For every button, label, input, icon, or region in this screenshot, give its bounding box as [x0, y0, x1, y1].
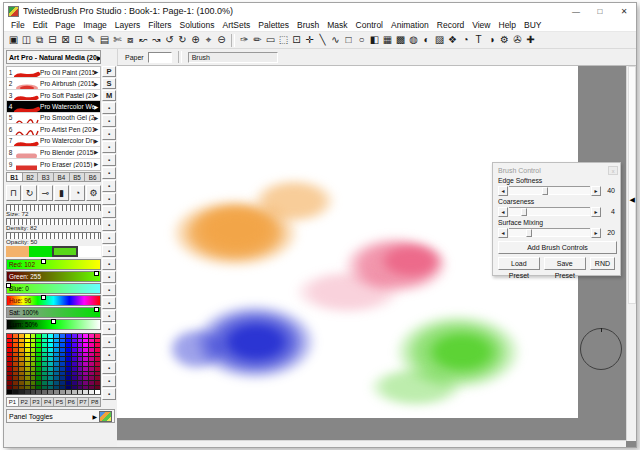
redo-icon[interactable]: ↻ — [176, 33, 189, 47]
palette-cell[interactable] — [54, 367, 59, 371]
brush-parameter-slider[interactable]: Density: 82 — [6, 218, 101, 231]
palette-cell[interactable] — [48, 357, 53, 361]
palette-cell[interactable] — [72, 348, 77, 352]
palette-cell[interactable] — [66, 372, 71, 376]
brush-preset-row[interactable]: 5Pro Smooth Gel (201▶ — [7, 113, 100, 124]
palette-cell[interactable] — [19, 353, 24, 357]
close-button[interactable]: ✕ — [612, 4, 636, 19]
line-tool-icon[interactable]: ╲ — [316, 33, 329, 47]
palette-cell[interactable] — [31, 362, 36, 366]
palette-cell[interactable] — [48, 362, 53, 366]
brush-variant-arrow-icon[interactable]: ▶ — [94, 81, 100, 87]
palette-cell[interactable] — [95, 390, 100, 394]
palette-cell[interactable] — [66, 353, 71, 357]
color-bar-marker[interactable] — [6, 283, 11, 288]
palette-cell[interactable] — [31, 372, 36, 376]
palette-cell[interactable] — [78, 353, 83, 357]
palette-cell[interactable] — [54, 386, 59, 390]
rectangle-tool-icon[interactable]: □ — [342, 33, 355, 47]
palette-cell[interactable] — [66, 386, 71, 390]
palette-cell[interactable] — [60, 334, 65, 338]
palette-cell[interactable] — [31, 376, 36, 380]
palette-cell[interactable] — [89, 367, 94, 371]
palette-cell[interactable] — [89, 362, 94, 366]
rotate-icon[interactable]: ↻ — [22, 185, 37, 201]
palette-cell[interactable] — [54, 343, 59, 347]
brush-name-field[interactable]: Brush — [188, 52, 278, 63]
panel-collapse-arrow-icon[interactable]: ◀ — [630, 196, 635, 204]
palette-cell[interactable] — [31, 343, 36, 347]
palette-cell[interactable] — [19, 372, 24, 376]
palette-cell[interactable] — [78, 390, 83, 394]
palette-cell[interactable] — [19, 348, 24, 352]
palette-cell[interactable] — [25, 339, 30, 343]
menu-item-brush[interactable]: Brush — [293, 19, 323, 31]
palette-cell[interactable] — [78, 357, 83, 361]
palette-cell[interactable] — [89, 386, 94, 390]
palette-cell[interactable] — [48, 372, 53, 376]
palette-cell[interactable] — [31, 367, 36, 371]
palette-cell[interactable] — [48, 381, 53, 385]
slider-right-arrow-icon[interactable]: ► — [591, 207, 601, 217]
palette-cell[interactable] — [66, 376, 71, 380]
palette-cell[interactable] — [66, 343, 71, 347]
palette-cell[interactable] — [54, 348, 59, 352]
palette-cell[interactable] — [25, 376, 30, 380]
roller-tool-icon[interactable]: ✇ — [511, 33, 524, 47]
brush-control-close-icon[interactable]: x — [608, 166, 618, 175]
palette-cell[interactable] — [36, 372, 41, 376]
clone-page-icon[interactable]: ⧇ — [124, 33, 137, 47]
color-bar-marker[interactable] — [94, 307, 99, 312]
palette-cell[interactable] — [72, 372, 77, 376]
swap-left-icon[interactable]: ↜ — [137, 33, 150, 47]
palette-tab-p1[interactable]: P1 — [6, 397, 19, 407]
palette-cell[interactable] — [72, 357, 77, 361]
palette-cell[interactable] — [13, 386, 18, 390]
canvas-viewport[interactable]: ◀ Brush Control x Edge Softness◄►40Coars… — [117, 65, 636, 447]
list-mode-button-m[interactable]: M — [102, 90, 116, 101]
brush-variant-arrow-icon[interactable]: ▶ — [94, 92, 100, 98]
list-mode-button-p[interactable]: P — [102, 66, 116, 77]
palette-cell[interactable] — [7, 339, 12, 343]
palette-cell[interactable] — [54, 334, 59, 338]
brush-parameter-slider[interactable]: Size: 72 — [6, 204, 101, 217]
slider-left-arrow-icon[interactable]: ◄ — [498, 186, 508, 196]
palette-cell[interactable] — [25, 381, 30, 385]
palette-cell[interactable] — [95, 367, 100, 371]
palette-cell[interactable] — [83, 334, 88, 338]
palette-cell[interactable] — [13, 353, 18, 357]
slider-track[interactable] — [509, 228, 590, 237]
palette-cell[interactable] — [42, 357, 47, 361]
add-tool-icon[interactable]: ✚ — [524, 33, 537, 47]
slider-thumb[interactable] — [526, 229, 532, 237]
preset-button-save-preset[interactable]: Save Preset — [544, 257, 586, 270]
menu-item-animation[interactable]: Animation — [387, 19, 433, 31]
slider-left-arrow-icon[interactable]: ◄ — [498, 228, 508, 238]
menu-item-image[interactable]: Image — [79, 19, 111, 31]
cut-icon[interactable]: ✄ — [111, 33, 124, 47]
palette-cell[interactable] — [19, 339, 24, 343]
palette-cell[interactable] — [31, 386, 36, 390]
brush-slot-button[interactable]: ▪ — [102, 245, 116, 257]
palette-cell[interactable] — [42, 353, 47, 357]
palette-cell[interactable] — [19, 334, 24, 338]
palette-tab-p5[interactable]: P5 — [54, 397, 66, 407]
next-page-icon[interactable]: ⊡ — [72, 33, 85, 47]
menu-item-filters[interactable]: Filters — [144, 19, 175, 31]
palette-cell[interactable] — [7, 372, 12, 376]
new-page-icon[interactable]: ⧉ — [33, 33, 46, 47]
text-tool-icon[interactable]: T — [472, 33, 485, 47]
brush-slot-button[interactable]: ▪ — [102, 232, 116, 244]
brush-preset-row[interactable]: 7Pro Watercolor Dry 2▶ — [7, 136, 100, 147]
palette-cell[interactable] — [42, 362, 47, 366]
palette-cell[interactable] — [83, 376, 88, 380]
palette-cell[interactable] — [72, 381, 77, 385]
palette-cell[interactable] — [66, 367, 71, 371]
brush-variant-arrow-icon[interactable]: ▶ — [94, 126, 100, 132]
menu-item-mask[interactable]: Mask — [323, 19, 351, 31]
palette-cell[interactable] — [78, 348, 83, 352]
palette-cell[interactable] — [48, 334, 53, 338]
pattern-tool-icon[interactable]: ▦ — [381, 33, 394, 47]
palette-cell[interactable] — [60, 367, 65, 371]
brush-slot-button[interactable]: ▪ — [102, 115, 116, 127]
